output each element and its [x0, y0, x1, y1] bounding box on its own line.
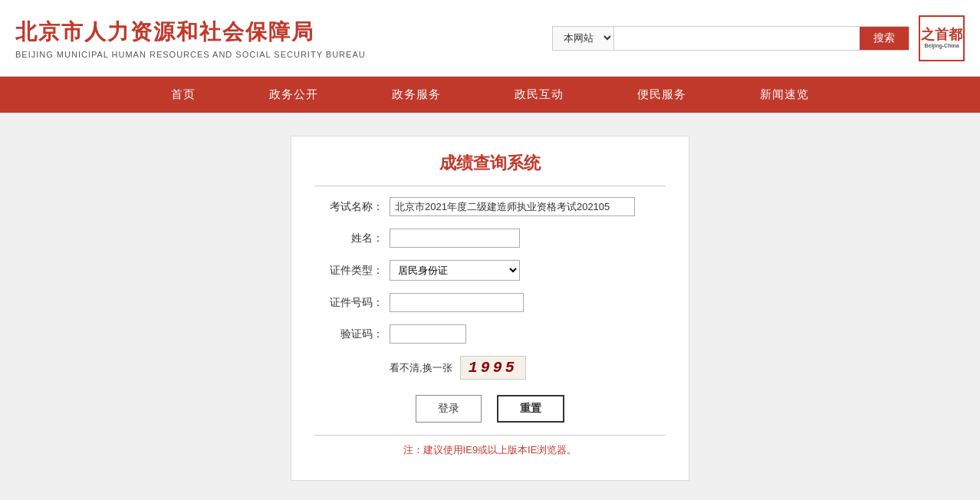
cert-type-select[interactable]: 居民身份证 护照 港澳通行证 台湾通行证 [390, 260, 520, 281]
reset-button[interactable]: 重置 [497, 395, 564, 423]
name-row: 姓名： [314, 229, 666, 248]
cert-num-label: 证件号码： [314, 296, 383, 310]
cert-num-row: 证件号码： [314, 293, 666, 312]
nav-item-news[interactable]: 新闻速览 [723, 77, 846, 113]
beijing-logo-en: Beijing-China [924, 43, 959, 48]
button-row: 登录 重置 [314, 395, 666, 423]
header: 北京市人力资源和社会保障局 BEIJING MUNICIPAL HUMAN RE… [0, 0, 980, 77]
exam-name-input[interactable] [390, 197, 635, 216]
search-area: 本网站 搜索 [552, 26, 909, 51]
form-card: 成绩查询系统 考试名称： 姓名： 证件类型： 居民身份证 护照 港澳通行证 台湾… [291, 136, 689, 481]
nav-item-politics-interaction[interactable]: 政民互动 [478, 77, 600, 113]
captcha-row: 看不清,换一张 1995 [314, 356, 666, 380]
name-input[interactable] [390, 229, 520, 248]
nav-item-home[interactable]: 首页 [134, 77, 232, 113]
beijing-logo-zh: 之首都 [921, 28, 962, 41]
captcha-image: 1995 [460, 356, 526, 380]
form-note: 注：建议使用IE9或以上版本IE浏览器。 [314, 435, 666, 457]
main-content: 成绩查询系统 考试名称： 姓名： 证件类型： 居民身份证 护照 港澳通行证 台湾… [0, 113, 980, 500]
verify-label: 验证码： [314, 327, 383, 341]
nav-item-citizen-service[interactable]: 便民服务 [600, 77, 723, 113]
beijing-logo: 之首都 Beijing-China [919, 15, 965, 61]
nav-item-politics-open[interactable]: 政务公开 [232, 77, 355, 113]
cert-type-row: 证件类型： 居民身份证 护照 港澳通行证 台湾通行证 [314, 260, 666, 281]
verify-input[interactable] [390, 324, 466, 344]
logo-subtitle: BEIJING MUNICIPAL HUMAN RESOURCES AND SO… [15, 50, 366, 59]
logo-title: 北京市人力资源和社会保障局 [15, 18, 366, 47]
nav-item-politics-service[interactable]: 政务服务 [355, 77, 478, 113]
login-button[interactable]: 登录 [416, 395, 482, 423]
search-scope-select[interactable]: 本网站 [553, 27, 614, 49]
logo-area: 北京市人力资源和社会保障局 BEIJING MUNICIPAL HUMAN RE… [15, 18, 366, 59]
cert-num-input[interactable] [390, 293, 524, 312]
exam-name-row: 考试名称： [314, 197, 666, 216]
cert-type-label: 证件类型： [314, 264, 383, 278]
main-nav: 首页 政务公开 政务服务 政民互动 便民服务 新闻速览 [0, 77, 980, 113]
form-title: 成绩查询系统 [314, 152, 666, 186]
verify-row: 验证码： [314, 324, 666, 344]
name-label: 姓名： [314, 232, 383, 245]
exam-name-label: 考试名称： [314, 200, 383, 214]
captcha-refresh[interactable]: 看不清,换一张 [390, 361, 452, 375]
search-input[interactable] [614, 28, 860, 48]
search-button[interactable]: 搜索 [860, 27, 909, 50]
header-right: 本网站 搜索 之首都 Beijing-China [552, 15, 965, 61]
